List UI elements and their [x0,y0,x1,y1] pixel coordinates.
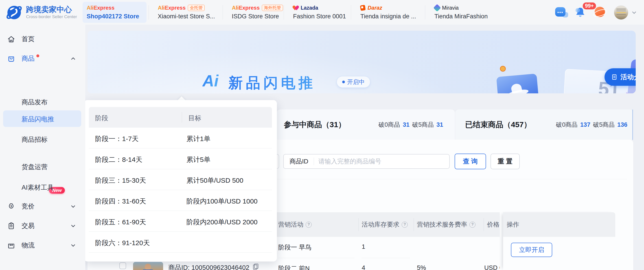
status-dot [342,81,345,83]
messages-icon[interactable]: ••• [555,7,566,16]
sidebar-item-label: 交易 [22,221,34,230]
activity-intro-button[interactable]: 活动介绍 [604,68,636,86]
divider [222,5,223,19]
aliexpress-logo: AliExpress [158,5,186,11]
store-tab-daraz[interactable]: Daraz Tienda insignia de ... [356,2,422,23]
cell-fee-row2: 5% [417,264,426,270]
divider [484,218,484,231]
sidebar-item-ai-material-tool[interactable]: AI素材工具 [22,183,54,192]
col-activity: 营销活动? [278,212,312,237]
store-name: Xiaomi-test Store S... [158,13,215,20]
product-id-text: 商品ID: 1005009623046402 [168,263,249,270]
col-action: 操作 [503,212,615,237]
sidebar-item-label: 竞价 [22,202,34,211]
tab-ongoing-products[interactable]: 参与中商品（31） 破0商品31 破5商品31 [277,110,455,140]
reset-button[interactable]: 重 置 [490,153,520,169]
store-name: Fashion Store 0001 [293,13,346,20]
store-name: Shop402172 Store [86,13,139,20]
store-tab-shop402172[interactable]: AliExpress Shop402172 Store [82,2,146,23]
divider [414,218,414,231]
product-thumbnail[interactable] [133,262,163,270]
aliexpress-logo: AliExpress [86,5,114,11]
chevron-down-icon [70,223,76,229]
notification-badge: 99+ [582,2,597,10]
chevron-down-icon[interactable] [631,10,637,15]
store-badge: 全托管 [188,5,205,11]
col-fee: 营销技术服务费率? [417,212,476,237]
fixed-action-column: 操作 立即开启 [503,212,615,270]
cell-activity-row1: 阶段一 早鸟 [278,243,312,252]
cell-stock-row1: 1 [362,243,365,250]
fixed-column-gap [500,212,503,270]
package-box-icon [7,241,15,249]
money-bag-icon: $ [7,202,15,210]
cell-stock-row2: 4 [362,264,365,270]
notification-dot [36,54,39,57]
row-checkbox[interactable] [120,262,126,269]
avatar[interactable] [614,5,628,20]
chevron-up-icon [70,56,76,61]
help-icon[interactable]: ? [306,222,312,228]
store-tab-mirafashion[interactable]: Miravia Tienda MiraFashion [430,2,496,23]
store-tab-isdg[interactable]: AliExpress 海外托管 ISDG Store Store [228,2,286,23]
divider [351,5,351,19]
sidebar-item-orders[interactable]: 交易 [0,218,85,234]
sidebar-nav: 首页 商品 商品发布 商品管理 新品闪电推 商品招标 货盘运营 New AI素材… [0,25,85,270]
sidebar-item-bidding[interactable]: $ 竞价 [0,198,85,215]
store-tab-fashion-0001[interactable]: Lazada Fashion Store 0001 [289,2,347,23]
ai-promo-banner: 51 50 New ↟ Ai 新品闪电推 开启中 您的商品运营助手，助力从新品到… [88,31,636,93]
stage-info-popup: 阶段 目标 阶段一：1-7天累计1单 阶段二：8-14天累计5单 阶段三：15-… [84,100,277,262]
col-price: 价格 [487,212,500,237]
brand-subtitle: Cross-border Seller Center [26,14,77,19]
divider [358,218,358,231]
store-name: Tienda insignia de ... [360,13,416,20]
col-stock: 活动库存要求? [362,212,408,237]
product-id-input[interactable] [314,158,449,165]
stage-row-6: 阶段六：91-120天 [89,232,272,253]
miravia-logo [433,4,441,12]
seller-center-screen: 跨境卖家中心 Cross-border Seller Center AliExp… [0,0,644,270]
globe-planet-icon[interactable] [595,7,605,17]
lazada-logo [293,5,298,10]
shopping-bag-icon [7,55,15,63]
stage-row-3: 阶段三：15-30天累计50单/USD 500 [89,169,272,190]
brand-title: 跨境卖家中心 [26,4,72,15]
chevron-down-icon [70,243,76,248]
sidebar-item-products[interactable]: 商品 [0,50,85,67]
ai-logo: Ai [202,72,218,90]
sidebar-item-label: 物流 [22,241,34,250]
document-icon [612,74,618,80]
query-button[interactable]: 查 询 [454,153,486,169]
stage-row-4: 阶段四：31-60天阶段内100单/USD 1000 [89,190,272,211]
tab-accent-line [632,110,633,140]
chevron-down-icon [70,204,76,209]
banner-title: 新品闪电推 [228,73,316,93]
sidebar-item-product-publish[interactable]: 商品发布 [22,98,48,107]
lazada-wordmark: Lazada [301,5,318,11]
divider [425,5,425,19]
tab-ended-products[interactable]: 已结束商品（457） 破0商品137 破5商品136 [455,110,633,140]
help-icon[interactable]: ? [402,222,408,228]
coin-icon [500,66,506,72]
stage-row-2: 阶段二：8-14天累计5单 [89,148,272,169]
aliexpress-logo: AliExpress [232,5,260,11]
daraz-wordmark: Daraz [368,5,382,11]
copy-icon[interactable] [253,264,258,269]
store-name: ISDG Store Store [232,13,279,20]
stage-row-5: 阶段五：61-90天阶段内200单/USD 2000 [89,211,272,232]
sidebar-item-label: 首页 [22,35,34,44]
sidebar-item-logistics[interactable]: 物流 [0,237,85,254]
sidebar-item-lightning-push[interactable]: 新品闪电推 [22,115,54,124]
product-id-search: 商品ID [283,154,450,169]
home-icon [7,35,15,43]
sidebar-item-home[interactable]: 首页 [0,31,85,47]
store-tab-xiaomi-test[interactable]: AliExpress 全托管 Xiaomi-test Store S... [154,2,219,23]
sidebar-item-product-bidding[interactable]: 商品招标 [22,135,48,144]
product-id-label: 商品ID [284,157,314,166]
divider [148,5,149,19]
clipboard-icon [7,222,15,230]
sidebar-item-supply-operation[interactable]: 货盘运营 [22,162,48,171]
help-icon[interactable]: ? [470,222,476,228]
start-now-button[interactable]: 立即开启 [511,243,552,257]
popup-table-header: 阶段 目标 [89,107,272,128]
